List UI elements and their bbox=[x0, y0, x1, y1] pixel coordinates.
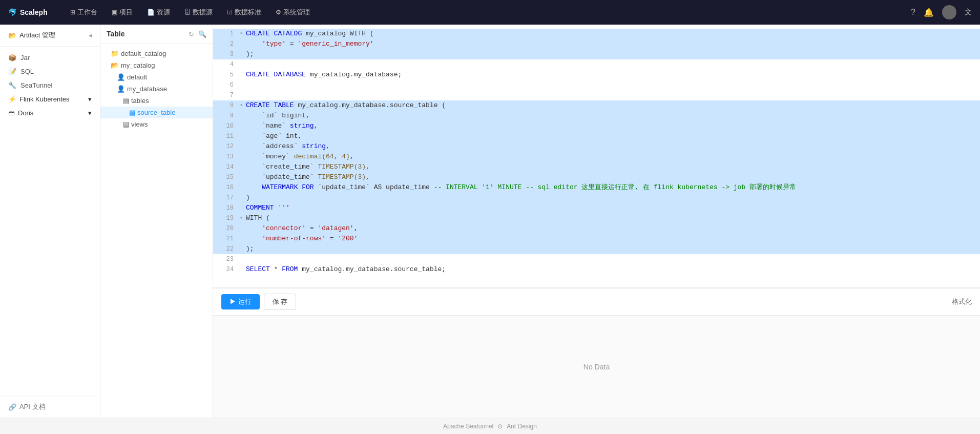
line-number: 9 bbox=[217, 111, 234, 121]
line-number: 22 bbox=[217, 244, 234, 254]
nav-project-label: 项目 bbox=[119, 8, 133, 17]
tree-node-my-catalog[interactable]: 📂 my_catalog bbox=[100, 59, 213, 71]
footer-right: Ant Design bbox=[507, 423, 537, 430]
line-number: 11 bbox=[217, 131, 234, 141]
line-code: `age` int, bbox=[246, 131, 976, 141]
tree-node-label: source_table bbox=[137, 109, 175, 116]
nav-sysadmin-label: 系统管理 bbox=[283, 8, 310, 17]
tree-node-label: views bbox=[131, 120, 148, 128]
tree-node-tables[interactable]: ▤ tables bbox=[100, 95, 213, 107]
tree-search-icon[interactable]: 🔍 bbox=[198, 30, 206, 38]
fold-arrow[interactable]: ▾ bbox=[240, 213, 246, 223]
code-line-23: 23 bbox=[213, 254, 980, 264]
line-code: `name` string, bbox=[246, 121, 976, 131]
editor-panel: 1 ▾ CREATE CATALOG my_catalog WITH ( 2 '… bbox=[213, 25, 980, 418]
code-line-12: 12 `address` string, bbox=[213, 141, 980, 152]
folder-icon: 📁 bbox=[111, 50, 119, 57]
tree-node-label: my_database bbox=[127, 85, 167, 93]
sidebar-collapse-button[interactable]: ◂ bbox=[89, 32, 92, 39]
resource-icon: 📄 bbox=[147, 9, 155, 16]
api-docs-link[interactable]: 🔗 API 文档 bbox=[0, 396, 100, 418]
tree-node-my-database[interactable]: 👤 my_database bbox=[100, 83, 213, 95]
nav-resource[interactable]: 📄 资源 bbox=[141, 5, 176, 20]
line-code: WATERMARK FOR `update_time` AS update_ti… bbox=[246, 182, 976, 193]
database-icon: 👤 bbox=[117, 85, 125, 93]
save-button[interactable]: 保 存 bbox=[264, 294, 297, 310]
schema-icon: 👤 bbox=[117, 73, 125, 81]
line-number: 13 bbox=[217, 152, 234, 162]
jar-icon: 📦 bbox=[8, 54, 16, 61]
line-number: 15 bbox=[217, 172, 234, 182]
format-button[interactable]: 格式化 bbox=[952, 297, 972, 306]
project-icon: ▣ bbox=[112, 9, 117, 16]
code-line-18: 18 COMMENT ''' bbox=[213, 203, 980, 213]
folder-open-icon: 📂 bbox=[111, 61, 119, 69]
lang-switcher[interactable]: 文 bbox=[965, 8, 972, 17]
sidebar-header-left: 📂 Artifact 管理 bbox=[8, 31, 55, 40]
sidebar-group-doris-left: 🗃 Doris bbox=[8, 109, 33, 117]
line-code: COMMENT ''' bbox=[246, 203, 976, 213]
sidebar-items: 📦 Jar 📝 SQL 🔧 SeaTunnel ⚡ Flink Kuberent… bbox=[0, 47, 100, 396]
line-number: 20 bbox=[217, 223, 234, 234]
nav-datasource[interactable]: 🗄 数据源 bbox=[178, 5, 219, 20]
tree-node-default-catalog[interactable]: 📁 default_catalog bbox=[100, 48, 213, 59]
line-code: SELECT * FROM my_catalog.my_database.sou… bbox=[246, 264, 976, 275]
tree-node-label: tables bbox=[131, 97, 149, 105]
code-line-7: 7 bbox=[213, 90, 980, 100]
nav-workbench[interactable]: ⊞ 工作台 bbox=[64, 5, 103, 20]
code-line-5: 5 CREATE DATABASE my_catalog.my_database… bbox=[213, 70, 980, 80]
doris-chevron-icon: ▾ bbox=[88, 109, 92, 117]
user-avatar[interactable] bbox=[942, 5, 956, 19]
sidebar-group-flink-label: Flink Kuberentes bbox=[19, 95, 70, 103]
nav-workbench-label: 工作台 bbox=[77, 8, 97, 17]
code-line-19: 19 ▾ WITH ( bbox=[213, 213, 980, 223]
line-number: 21 bbox=[217, 234, 234, 244]
tree-node-views[interactable]: ▤ views bbox=[100, 118, 213, 130]
tree-panel: Table ↻ 🔍 📁 default_catalog 📂 my_catalog bbox=[100, 25, 213, 418]
line-number: 17 bbox=[217, 193, 234, 203]
app-logo[interactable]: 🐬 Scaleph bbox=[8, 8, 48, 16]
line-code: ); bbox=[246, 244, 976, 254]
code-line-21: 21 'number-of-rows' = '200' bbox=[213, 234, 980, 244]
sidebar-header: 📂 Artifact 管理 ◂ bbox=[0, 25, 100, 47]
tree-refresh-icon[interactable]: ↻ bbox=[189, 30, 194, 38]
sidebar-title: Artifact 管理 bbox=[19, 31, 55, 40]
sidebar-group-flink-header[interactable]: ⚡ Flink Kuberentes ▾ bbox=[0, 92, 100, 106]
line-number: 6 bbox=[217, 80, 234, 90]
sidebar-item-seatunnel[interactable]: 🔧 SeaTunnel bbox=[0, 78, 100, 92]
tree-node-label: default bbox=[127, 73, 147, 81]
fold-arrow[interactable]: ▾ bbox=[240, 29, 246, 39]
page-footer: Apache Seatunnel ⊙ Ant Design bbox=[0, 418, 980, 434]
line-code: `update_time` TIMESTAMP(3), bbox=[246, 172, 976, 182]
code-lines: 1 ▾ CREATE CATALOG my_catalog WITH ( 2 '… bbox=[213, 25, 980, 279]
views-icon: ▤ bbox=[123, 120, 129, 128]
sidebar-group-doris-header[interactable]: 🗃 Doris ▾ bbox=[0, 106, 100, 120]
nav-project[interactable]: ▣ 项目 bbox=[106, 5, 139, 20]
table-icon: ▤ bbox=[129, 109, 135, 116]
datasource-icon: 🗄 bbox=[184, 9, 191, 16]
doris-group-icon: 🗃 bbox=[8, 109, 15, 117]
standard-icon: ☑ bbox=[227, 9, 233, 16]
tree-node-source-table[interactable]: ▤ source_table bbox=[100, 107, 213, 118]
tree-node-label: default_catalog bbox=[121, 50, 166, 57]
nav-sysadmin[interactable]: ⚙ 系统管理 bbox=[269, 5, 316, 20]
sidebar-item-sql[interactable]: 📝 SQL bbox=[0, 65, 100, 78]
line-code: CREATE DATABASE my_catalog.my_database; bbox=[246, 70, 976, 80]
line-code: WITH ( bbox=[246, 213, 976, 223]
run-button[interactable]: ▶ 运行 bbox=[221, 294, 260, 309]
sidebar-item-jar[interactable]: 📦 Jar bbox=[0, 51, 100, 65]
tree-node-default-schema[interactable]: 👤 default bbox=[100, 71, 213, 83]
fold-arrow[interactable]: ▾ bbox=[240, 100, 246, 111]
line-number: 16 bbox=[217, 182, 234, 193]
nav-standard[interactable]: ☑ 数据标准 bbox=[221, 5, 267, 20]
code-editor[interactable]: 1 ▾ CREATE CATALOG my_catalog WITH ( 2 '… bbox=[213, 25, 980, 288]
bell-icon[interactable]: 🔔 bbox=[924, 8, 934, 17]
code-line-2: 2 'type' = 'generic_in_memory' bbox=[213, 39, 980, 49]
logo-icon: 🐬 bbox=[8, 8, 17, 16]
line-code: `money` decimal(64, 4), bbox=[246, 152, 976, 162]
line-number: 4 bbox=[217, 59, 234, 70]
help-icon[interactable]: ? bbox=[911, 8, 915, 17]
sidebar-group-flink-left: ⚡ Flink Kuberentes bbox=[8, 95, 70, 103]
nav-datasource-label: 数据源 bbox=[193, 8, 213, 17]
code-line-4: 4 bbox=[213, 59, 980, 70]
